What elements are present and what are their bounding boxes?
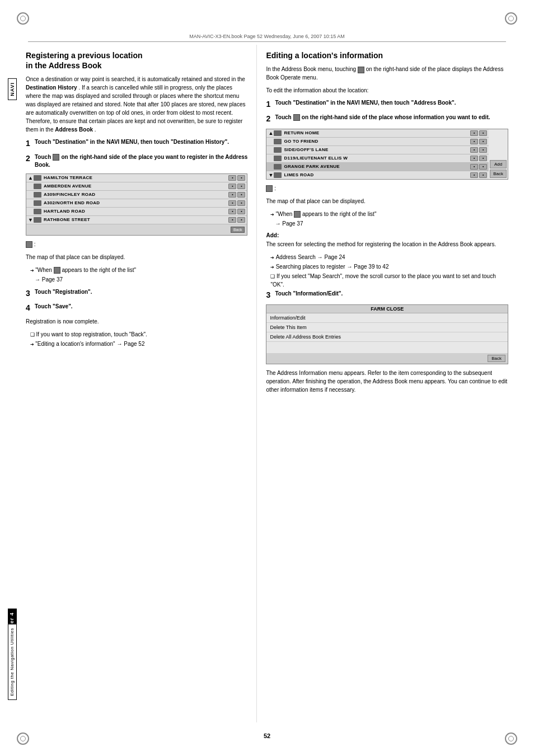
left-section-heading: Registering a previous location in the A… xyxy=(26,50,247,71)
add-bullet1-text: Address Search → Page 24 xyxy=(276,254,345,260)
right-icon-label: : xyxy=(274,185,276,191)
nav2-btn-a-0[interactable]: ▪ xyxy=(470,130,478,136)
info-item-1[interactable]: Delete This Item xyxy=(266,323,508,332)
nav-icon-1 xyxy=(34,184,41,189)
editing-tab: Editing the Navigation Utilities xyxy=(8,624,17,700)
left-step2-text2: on the right-hand side of the place you … xyxy=(35,154,247,168)
reg-complete: Registration is now complete. xyxy=(26,317,247,326)
nav2-btn-a-3[interactable]: ▪ xyxy=(470,156,478,161)
nav2-arrow-down: ▼ xyxy=(268,172,271,178)
nav2-row-1: GO TO FRIEND ▪ ▪ xyxy=(266,138,489,146)
right-step1-text: Touch "Destination" in the NAVI MENU, th… xyxy=(275,100,456,106)
nav-row-4: HARTLAND ROAD ▪ ▪ xyxy=(26,208,247,216)
nav-label-0: HAMILTON TERRACE xyxy=(44,175,226,180)
nav-icon-0 xyxy=(34,175,41,181)
left-step1-content: Touch "Destination" in the NAVI MENU, th… xyxy=(35,138,247,146)
right-step3-content: Touch "Information/Edit". xyxy=(275,290,508,298)
left-step1-text: Touch "Destination" in the NAVI MENU, th… xyxy=(35,139,229,145)
nav2-btn-b-4[interactable]: ▪ xyxy=(479,164,487,170)
nav2-btn-b-3[interactable]: ▪ xyxy=(479,156,487,161)
add-section-label: Add: xyxy=(266,232,508,238)
left-intro-part2: . If a search is cancelled while still i… xyxy=(26,84,245,133)
right-nav-screen: ▲ Return Home ▪ ▪ GO TO FRIEND ▪ xyxy=(266,129,508,180)
add-desc: The screen for selecting the method for … xyxy=(266,240,508,248)
nav-btn-b-0[interactable]: ▪ xyxy=(237,175,245,181)
nav2-btn-b-0[interactable]: ▪ xyxy=(479,130,487,136)
nav-btn-a-3[interactable]: ▪ xyxy=(228,200,236,206)
nav-btn-b-5[interactable]: ▪ xyxy=(237,217,245,223)
nav-btn-b-1[interactable]: ▪ xyxy=(237,184,245,189)
info-desc1: The Address Information menu appears. Re… xyxy=(266,369,508,394)
nav-back-button[interactable]: Back xyxy=(231,227,245,233)
left-intro-part1: Once a destination or way point is searc… xyxy=(26,76,245,82)
nav-btn-b-3[interactable]: ▪ xyxy=(237,200,245,206)
info-screen: FARM CLOSE Information/Edit Delete This … xyxy=(266,304,508,364)
nav2-btns-3: ▪ ▪ xyxy=(470,156,487,161)
info-item-0[interactable]: Information/Edit xyxy=(266,313,508,323)
left-step2-icon xyxy=(53,154,59,161)
right-step3-text: Touch "Information/Edit". xyxy=(275,290,343,297)
add-button[interactable]: Add xyxy=(490,160,507,168)
left-step2-content: Touch on the right-hand side of the plac… xyxy=(35,153,247,169)
nav-label-1: AMBERDEN AVENUE xyxy=(44,184,226,189)
nav2-btns-1: ▪ ▪ xyxy=(470,139,487,144)
back-button[interactable]: Back xyxy=(490,170,507,178)
right-step2-text: Touch xyxy=(275,114,291,120)
right-step2: 2 Touch on the right-hand side of the pl… xyxy=(266,114,508,124)
add-bullet1: Address Search → Page 24 xyxy=(270,253,508,261)
left-nav-screen: ▲ HAMILTON TERRACE ▪ ▪ AMBERDEN AVENUE ▪… xyxy=(26,173,247,236)
nav2-btn-a-5[interactable]: ▪ xyxy=(470,172,478,178)
nav2-row-5: ▼ LIMES ROAD ▪ ▪ xyxy=(266,171,489,179)
content-area: Registering a previous location in the A… xyxy=(21,45,513,722)
nav-btn-a-2[interactable]: ▪ xyxy=(228,192,236,198)
add-checkbox1: If you select "Map Search", move the scr… xyxy=(270,272,508,289)
nav-btn-a-5[interactable]: ▪ xyxy=(228,217,236,223)
right-step1: 1 Touch "Destination" in the NAVI MENU, … xyxy=(266,99,508,109)
right-icon-page-ref: → Page 37 xyxy=(275,219,508,228)
nav2-icon-1 xyxy=(274,139,282,144)
nav-label-2: A309/FINCHLEY ROAD xyxy=(44,192,226,197)
right-icon-arrow-desc: "When appears to the right of the list" xyxy=(270,210,508,218)
nav2-btn-b-1[interactable]: ▪ xyxy=(479,139,487,144)
left-step2: 2 Touch on the right-hand side of the pl… xyxy=(26,153,247,169)
nav2-arrow-up: ▲ xyxy=(268,130,271,136)
right-icon-when: "When xyxy=(276,211,293,217)
left-checkbox1: If you want to stop registration, touch … xyxy=(30,330,247,339)
nav-btns-0: ▪ ▪ xyxy=(228,175,245,181)
left-column: Registering a previous location in the A… xyxy=(21,45,257,722)
nav-row-2: A309/FINCHLEY ROAD ▪ ▪ xyxy=(26,191,247,199)
nav-btns-2: ▪ ▪ xyxy=(228,192,245,198)
info-screen-title: FARM CLOSE xyxy=(266,305,508,313)
bottom-right-circle xyxy=(505,732,517,745)
left-checkbox1-text: If you want to stop registration, touch … xyxy=(36,331,147,337)
top-left-circle xyxy=(17,12,29,25)
nav-btn-b-2[interactable]: ▪ xyxy=(237,192,245,198)
left-icon-section: : xyxy=(26,240,247,248)
left-heading-line1: Registering a previous location xyxy=(26,51,143,60)
row-arrow-up: ▲ xyxy=(28,175,31,181)
nav-btn-a-4[interactable]: ▪ xyxy=(228,209,236,214)
icon-when-text: "When xyxy=(35,267,52,273)
left-icon-arrow-desc: "When appears to the right of the list" xyxy=(30,266,247,274)
left-step1: 1 Touch "Destination" in the NAVI MENU, … xyxy=(26,138,247,148)
nav-screen-actions: Back xyxy=(26,224,247,235)
left-step4-text: Touch "Save". xyxy=(35,303,73,309)
info-screen-footer: Back xyxy=(266,353,508,364)
nav-btn-a-1[interactable]: ▪ xyxy=(228,184,236,189)
right-column: Editing a location's information In the … xyxy=(257,45,513,722)
info-item-2[interactable]: Delete All Address Book Entries xyxy=(266,332,508,342)
nav2-row-4: GRANGE PARK AVENUE ▪ ▪ xyxy=(266,163,489,171)
nav2-row-3: D119/LIEUTENANT ELLIS W ▪ ▪ xyxy=(266,154,489,163)
nav2-btn-a-4[interactable]: ▪ xyxy=(470,164,478,170)
top-right-circle xyxy=(505,12,517,25)
right-intro-icon xyxy=(358,67,364,73)
nav-btn-a-0[interactable]: ▪ xyxy=(228,175,236,181)
nav2-btn-b-5[interactable]: ▪ xyxy=(479,172,487,178)
nav2-btn-a-2[interactable]: ▪ xyxy=(470,147,478,153)
nav2-label-5: LIMES ROAD xyxy=(284,172,468,177)
info-back-button[interactable]: Back xyxy=(488,355,505,362)
nav2-btn-b-2[interactable]: ▪ xyxy=(479,147,487,153)
nav2-btn-a-1[interactable]: ▪ xyxy=(470,139,478,144)
info-spacer xyxy=(266,342,508,353)
nav-btn-b-4[interactable]: ▪ xyxy=(237,209,245,214)
